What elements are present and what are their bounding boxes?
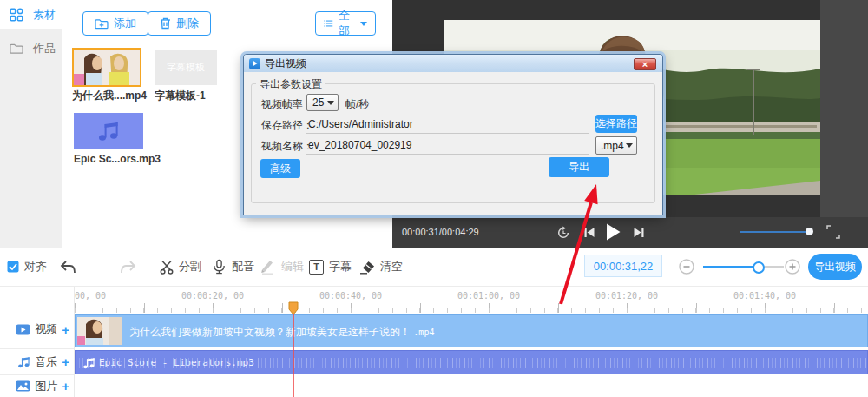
export-video-button[interactable]: 导出视频 [808,254,862,280]
format-value: .mp4 [601,140,624,152]
video-name-underline [306,154,589,155]
export-dialog-titlebar[interactable]: 导出视频 [244,55,662,72]
chevron-down-icon [327,101,334,105]
frame-rate-value: 25 [312,96,324,109]
zoom-out-icon[interactable] [679,259,694,275]
track-header-video: 视频 + [0,310,74,349]
grid-icon [10,8,23,22]
video-thumbnail-image [74,50,140,85]
clear-button[interactable]: 清空 [359,248,403,286]
video-name-input[interactable]: ev_20180704_002919 [308,139,411,151]
clip-thumbnail-image [77,317,122,345]
ruler-label: 00:00:20, 00 [181,291,244,301]
timeline-zoom-slider-handle[interactable] [753,261,765,274]
media-item-template-thumbnail[interactable]: 字幕模板 [155,50,217,85]
list-icon [324,18,333,29]
track-header-image: 图片 + [0,375,74,397]
export-settings-group-label: 导出参数设置 [256,77,326,92]
zoom-in-icon[interactable] [785,259,800,275]
delete-media-button[interactable]: 删除 [148,11,211,36]
media-item-audio-thumbnail[interactable] [74,113,143,149]
edit-button[interactable]: 编辑 [260,248,304,286]
add-music-track-button[interactable]: + [62,355,69,368]
eraser-icon [359,260,375,275]
fullscreen-icon[interactable] [826,225,840,239]
text-T-icon: T [309,260,324,275]
preview-right-margin [820,0,868,217]
music-clip-title: Epic Score - Liberators.mp3 [99,357,254,368]
media-item-audio-label: Epic Sc...ors.mp3 [74,153,161,165]
sidebar: 素材 作品 [0,0,62,248]
ruler-label: 00:01:20, 00 [595,291,658,301]
next-frame-icon[interactable] [633,226,646,239]
music-note-icon [82,357,95,369]
split-label: 分割 [179,259,201,275]
add-video-track-button[interactable]: + [62,323,69,336]
sidebar-item-works[interactable]: 作品 [0,34,62,63]
video-track-label: 视频 [35,321,57,337]
dub-button[interactable]: 配音 [212,248,254,286]
add-media-button[interactable]: 添加 [82,11,148,36]
redo-icon[interactable] [120,260,137,275]
play-icon[interactable] [606,223,621,241]
media-item-video-label: 为什么我....mp4 [72,89,147,103]
subtitle-label: 字幕 [329,259,352,275]
ruler-label: 00:01:00, 00 [457,291,520,301]
music-track-icon [17,356,30,368]
music-track-label: 音乐 [35,354,57,370]
timeline-zoom-slider-fill [703,266,758,268]
app-icon [249,58,260,69]
trash-icon [160,17,171,30]
media-filter-dropdown[interactable]: 全部 [315,11,376,36]
track-header-music: 音乐 + [0,349,74,375]
sidebar-item-materials[interactable]: 素材 [0,0,62,29]
format-select[interactable]: .mp4 [595,136,637,155]
template-watermark: 字幕模板 [167,61,205,74]
add-image-track-button[interactable]: + [62,380,69,393]
export-dialog-title: 导出视频 [265,56,306,71]
volume-slider-track[interactable] [740,231,812,233]
split-button[interactable]: 分割 [160,248,201,286]
chevron-down-icon [626,143,633,148]
previous-frame-icon[interactable] [582,226,595,239]
music-note-icon [97,121,120,142]
frame-rate-select[interactable]: 25 [306,94,339,111]
image-track-icon [16,380,30,392]
subtitle-button[interactable]: T 字幕 [309,248,352,286]
edit-label: 编辑 [281,259,304,275]
close-icon[interactable]: × [634,58,656,70]
timeline-area: 00, 00 00:00:20, 00 00:00:40, 00 00:01:0… [0,287,868,397]
timecode-display[interactable]: 00:00:31,22 [584,255,662,277]
export-button[interactable]: 导出 [549,157,609,177]
volume-slider-handle[interactable] [806,228,813,235]
ruler-label: 00, 00 [75,291,106,301]
video-editor-app: 素材 作品 添加 删除 全部 [0,0,868,397]
undo-icon[interactable] [59,260,76,275]
save-path-input[interactable]: C:/Users/Administrator [308,118,413,130]
playback-control-bar: 00:00:31/00:04:29 [392,217,868,248]
export-dialog: 导出视频 × 导出参数设置 视频帧率： 25 帧/秒 保存路径： C:/User… [243,54,663,215]
timeline-music-clip[interactable]: Epic Score - Liberators.mp3 [75,350,868,374]
advanced-button[interactable]: 高级 [260,159,300,178]
ruler-label: 00:01:40, 00 [733,291,796,301]
save-path-underline [306,133,589,134]
media-item-video-thumbnail[interactable] [72,48,141,87]
folder-add-icon [95,18,108,30]
loop-icon[interactable] [556,226,570,240]
timeline-video-clip[interactable]: 为什么我们要做新加坡中文视频？新加坡美女是这样子说的！ .mp4 [75,314,868,347]
video-track-icon [16,324,30,335]
media-item-template-label: 字幕模板-1 [155,89,206,103]
clear-label: 清空 [380,259,403,275]
ruler-label: 00:00:40, 00 [319,291,382,301]
timeline-ruler[interactable] [75,303,868,313]
chevron-down-icon [360,22,367,26]
snap-align-checkbox[interactable]: 对齐 [7,248,47,286]
add-media-label: 添加 [114,16,136,31]
frame-rate-label: 视频帧率： [261,97,313,112]
delete-media-label: 删除 [176,16,199,31]
video-clip-title: 为什么我们要做新加坡中文视频？新加坡美女是这样子说的！ [129,326,411,338]
choose-path-button[interactable]: 选择路径 [595,115,637,133]
microphone-icon [212,259,227,275]
folder-icon [10,43,23,55]
snap-align-label: 对齐 [24,259,47,275]
